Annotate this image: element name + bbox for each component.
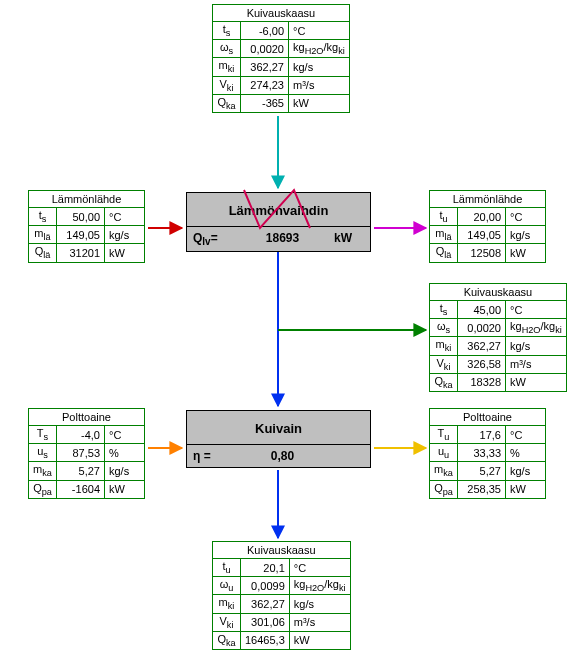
row-value: 362,27 xyxy=(241,595,290,613)
row-symbol: Qlä xyxy=(430,244,458,262)
table-row: mka5,27kg/s xyxy=(430,462,546,480)
table-row: ts-6,00°C xyxy=(213,22,350,40)
row-value: 31201 xyxy=(57,244,105,262)
row-value: 16465,3 xyxy=(241,631,290,649)
row-unit: kg/s xyxy=(289,595,350,613)
row-symbol: mki xyxy=(213,58,241,76)
row-symbol: mki xyxy=(430,337,458,355)
row-unit: kgH2O/kgki xyxy=(289,40,350,58)
row-value: -4,0 xyxy=(57,426,105,444)
row-value: 20,1 xyxy=(241,559,290,577)
row-symbol: tu xyxy=(213,559,241,577)
table-row: Ts-4,0°C xyxy=(29,426,145,444)
hx-qlv-label: Qlv= xyxy=(193,231,231,247)
table-row: Vki326,58m³/s xyxy=(430,355,567,373)
row-unit: m³/s xyxy=(506,355,567,373)
table-row: ωs0,0020kgH2O/kgki xyxy=(430,319,567,337)
row-value: 0,0020 xyxy=(241,40,289,58)
table-row: Qpa-1604kW xyxy=(29,480,145,498)
row-symbol: Qpa xyxy=(29,480,57,498)
row-value: 12508 xyxy=(458,244,506,262)
table-row: mlä149,05kg/s xyxy=(29,226,145,244)
table-header: Lämmönlähde xyxy=(29,191,145,208)
row-unit: kW xyxy=(506,244,546,262)
row-symbol: Vki xyxy=(430,355,458,373)
row-value: 274,23 xyxy=(241,76,289,94)
table-row: ts50,00°C xyxy=(29,208,145,226)
table-header: Kuivauskaasu xyxy=(213,5,350,22)
row-unit: m³/s xyxy=(289,613,350,631)
row-symbol: mlä xyxy=(29,226,57,244)
table-row: mka5,27kg/s xyxy=(29,462,145,480)
heat-exchanger-block: Lämmönvaihdin Qlv= 18693 kW xyxy=(186,192,371,252)
table-row: mlä149,05kg/s xyxy=(430,226,546,244)
dryer-eta-value: 0,80 xyxy=(231,449,334,463)
row-unit: % xyxy=(105,444,145,462)
row-symbol: ts xyxy=(213,22,241,40)
row-unit: % xyxy=(506,444,546,462)
table-row: Qlä12508kW xyxy=(430,244,546,262)
table-header: Lämmönlähde xyxy=(430,191,546,208)
table-row: Vki301,06m³/s xyxy=(213,613,351,631)
heat-source-in-table: Lämmönlähdets50,00°Cmlä149,05kg/sQlä3120… xyxy=(28,190,145,263)
row-value: 18328 xyxy=(458,373,506,391)
row-unit: °C xyxy=(506,208,546,226)
table-row: Qka16465,3kW xyxy=(213,631,351,649)
row-unit: °C xyxy=(105,426,145,444)
row-symbol: Qlä xyxy=(29,244,57,262)
row-value: 33,33 xyxy=(458,444,506,462)
row-symbol: mka xyxy=(430,462,458,480)
row-unit: °C xyxy=(506,426,546,444)
table-header: Kuivauskaasu xyxy=(213,542,351,559)
row-unit: kW xyxy=(289,631,350,649)
row-symbol: ωu xyxy=(213,577,241,595)
table-row: uu33,33% xyxy=(430,444,546,462)
dryer-eta-label: η = xyxy=(193,449,231,463)
fuel-out-table: PolttoaineTu17,6°Cuu33,33%mka5,27kg/sQpa… xyxy=(429,408,546,499)
row-unit: kg/s xyxy=(289,58,350,76)
row-symbol: mki xyxy=(213,595,241,613)
hx-qlv-unit: kW xyxy=(334,231,364,247)
table-row: us87,53% xyxy=(29,444,145,462)
row-symbol: uu xyxy=(430,444,458,462)
row-symbol: Vki xyxy=(213,76,241,94)
table-row: ts45,00°C xyxy=(430,301,567,319)
table-header: Polttoaine xyxy=(29,409,145,426)
table-row: Qlä31201kW xyxy=(29,244,145,262)
row-symbol: Qka xyxy=(430,373,458,391)
heat-source-out-table: Lämmönlähdetu20,00°Cmlä149,05kg/sQlä1250… xyxy=(429,190,546,263)
table-row: Vki274,23m³/s xyxy=(213,76,350,94)
table-row: mki362,27kg/s xyxy=(430,337,567,355)
row-value: 326,58 xyxy=(458,355,506,373)
row-unit: kg/s xyxy=(506,462,546,480)
row-value: 50,00 xyxy=(57,208,105,226)
row-symbol: Vki xyxy=(213,613,241,631)
gas-in-table: Kuivauskaasuts-6,00°Cωs0,0020kgH2O/kgkim… xyxy=(212,4,350,113)
row-value: -1604 xyxy=(57,480,105,498)
fuel-in-table: PolttoaineTs-4,0°Cus87,53%mka5,27kg/sQpa… xyxy=(28,408,145,499)
row-symbol: mka xyxy=(29,462,57,480)
table-row: mki362,27kg/s xyxy=(213,595,351,613)
row-unit: °C xyxy=(105,208,145,226)
row-symbol: mlä xyxy=(430,226,458,244)
row-unit: kg/s xyxy=(506,226,546,244)
table-header: Kuivauskaasu xyxy=(430,284,567,301)
table-row: Tu17,6°C xyxy=(430,426,546,444)
row-symbol: Ts xyxy=(29,426,57,444)
row-symbol: ωs xyxy=(430,319,458,337)
table-row: tu20,1°C xyxy=(213,559,351,577)
row-symbol: us xyxy=(29,444,57,462)
row-symbol: Qpa xyxy=(430,480,458,498)
gas-mid-table: Kuivauskaasuts45,00°Cωs0,0020kgH2O/kgkim… xyxy=(429,283,567,392)
row-value: 301,06 xyxy=(241,613,290,631)
row-value: 0,0099 xyxy=(241,577,290,595)
table-row: Qka18328kW xyxy=(430,373,567,391)
row-value: 149,05 xyxy=(57,226,105,244)
row-unit: kg/s xyxy=(105,226,145,244)
table-row: mki362,27kg/s xyxy=(213,58,350,76)
gas-out-table: Kuivauskaasutu20,1°Cωu0,0099kgH2O/kgkimk… xyxy=(212,541,351,650)
row-unit: kg/s xyxy=(105,462,145,480)
row-unit: kW xyxy=(506,480,546,498)
row-symbol: ωs xyxy=(213,40,241,58)
row-value: 45,00 xyxy=(458,301,506,319)
